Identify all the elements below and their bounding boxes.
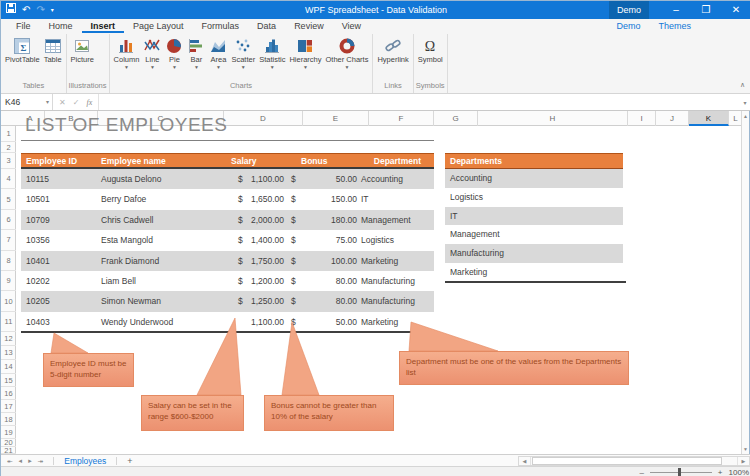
validation-callout[interactable]: Bonus cannot be greater than 10% of the … <box>264 395 394 431</box>
row-header-18[interactable]: 18 <box>1 413 16 426</box>
collapse-ribbon-icon[interactable]: ∧ <box>740 81 745 89</box>
tab-insert[interactable]: Insert <box>82 19 125 33</box>
row-header-11[interactable]: 11 <box>1 312 16 332</box>
column-header-E[interactable]: E <box>303 111 369 126</box>
validation-callout[interactable]: Salary can be set in the range $600-$200… <box>141 395 244 431</box>
hierarchy-button[interactable]: Hierarchy▼ <box>287 35 323 79</box>
horizontal-scroll-thumb[interactable] <box>532 457 722 465</box>
tab-review[interactable]: Review <box>285 19 333 33</box>
column-header-G[interactable]: G <box>434 111 478 126</box>
title-bar: ↶ ↷ ▾ WPF Spreadsheet - Data Validation … <box>1 1 750 19</box>
row-header-3[interactable]: 3 <box>1 153 16 169</box>
scroll-right-icon[interactable]: ▶ <box>738 457 749 465</box>
column-button[interactable]: Column▼ <box>112 35 142 79</box>
department-item[interactable]: Accounting <box>445 169 623 188</box>
tab-view[interactable]: View <box>333 19 370 33</box>
area-button[interactable]: Area▼ <box>207 35 229 79</box>
department-item[interactable]: Management <box>445 225 623 244</box>
row-header-15[interactable]: 15 <box>1 374 16 387</box>
scroll-left-icon[interactable]: ◀ <box>519 457 530 465</box>
zoom-slider[interactable] <box>650 472 712 473</box>
row-header-17[interactable]: 17 <box>1 400 16 413</box>
column-header-D[interactable]: D <box>224 111 303 126</box>
row-header-9[interactable]: 9 <box>1 271 16 291</box>
ribbon-link-themes[interactable]: Themes <box>658 19 691 33</box>
row-header-10[interactable]: 10 <box>1 291 16 311</box>
employee-row[interactable]: 10205Simon Newman$1,250.00$80.00Manufact… <box>21 291 434 311</box>
tab-page-layout[interactable]: Page Layout <box>124 19 193 33</box>
first-sheet-icon[interactable]: ⯬ <box>7 457 13 465</box>
department-item[interactable]: IT <box>445 207 623 226</box>
demo-badge[interactable]: Demo <box>609 1 649 19</box>
validation-callout[interactable]: Department must be one of the values fro… <box>399 351 629 385</box>
tab-home[interactable]: Home <box>40 19 82 33</box>
next-sheet-icon[interactable]: ▸ <box>28 457 32 465</box>
prev-sheet-icon[interactable]: ◂ <box>19 457 23 465</box>
hyperlink-button[interactable]: Hyperlink <box>375 35 410 79</box>
close-button[interactable]: ✕ <box>721 1 750 19</box>
employee-row[interactable]: 10709Chris Cadwell$2,000.00$180.00Manage… <box>21 210 434 230</box>
scroll-down-icon[interactable]: ▼ <box>742 446 749 452</box>
row-header-16[interactable]: 16 <box>1 387 16 400</box>
pie-button[interactable]: Pie▼ <box>163 35 185 79</box>
confirm-entry-icon[interactable]: ✓ <box>73 98 80 107</box>
department-item[interactable]: Marketing <box>445 263 623 282</box>
dropdown-arrow-icon: ▼ <box>216 65 221 70</box>
row-header-8[interactable]: 8 <box>1 251 16 271</box>
row-header-4[interactable]: 4 <box>1 169 16 189</box>
employee-row[interactable]: 10403Wendy Underwood1,100.00$50.00Market… <box>21 312 434 332</box>
sheet-tab-employees[interactable]: Employees <box>58 456 112 466</box>
department-item[interactable]: Logistics <box>445 188 623 207</box>
scatter-button[interactable]: Scatter▼ <box>229 35 257 79</box>
maximize-button[interactable]: ❐ <box>691 1 721 19</box>
zoom-in-button[interactable]: + <box>718 468 723 476</box>
validation-callout[interactable]: Employee ID must be 5-digit number <box>43 353 134 387</box>
symbol-button[interactable]: ΩSymbol <box>416 35 445 79</box>
employee-row[interactable]: 10356Esta Mangold$1,400.00$75.00Logistic… <box>21 230 434 250</box>
insert-function-icon[interactable]: fx <box>86 98 92 107</box>
scroll-up-icon[interactable]: ▲ <box>742 113 749 119</box>
row-header-14[interactable]: 14 <box>1 360 16 374</box>
cancel-entry-icon[interactable]: ✕ <box>59 98 66 107</box>
last-sheet-icon[interactable]: ⯮ <box>38 457 44 465</box>
row-header-6[interactable]: 6 <box>1 210 16 230</box>
row-headers: 123456789101112131415161718192021 <box>1 1 16 476</box>
row-header-5[interactable]: 5 <box>1 189 16 209</box>
employee-row[interactable]: 10115Augusta Delono$1,100.00$50.00Accoun… <box>21 169 434 189</box>
table-button[interactable]: Table <box>42 35 64 79</box>
vertical-scrollbar[interactable]: ▲ ▼ <box>741 111 749 454</box>
employee-row[interactable]: 10401Frank Diamond$1,750.00$100.00Market… <box>21 251 434 271</box>
svg-text:Ω: Ω <box>425 39 435 54</box>
other-charts-button[interactable]: Other Charts▼ <box>324 35 371 79</box>
picture-button[interactable]: Picture <box>69 35 96 79</box>
row-header-13[interactable]: 13 <box>1 346 16 360</box>
zoom-out-button[interactable]: – <box>639 468 643 476</box>
row-header-2[interactable]: 2 <box>1 142 16 153</box>
zoom-slider-thumb[interactable] <box>678 468 681 476</box>
horizontal-scrollbar[interactable]: ◀ ▶ <box>518 456 750 466</box>
add-sheet-button[interactable]: + <box>121 456 138 466</box>
tab-data[interactable]: Data <box>248 19 285 33</box>
row-header-1[interactable]: 1 <box>1 126 16 142</box>
name-box-dropdown-icon[interactable]: ▾ <box>46 94 49 110</box>
formula-input[interactable] <box>99 94 739 110</box>
statistic-button[interactable]: Statistic▼ <box>257 35 287 79</box>
employee-row[interactable]: 10501Berry Dafoe$1,650.00$150.00IT <box>21 189 434 209</box>
column-header-J[interactable]: J <box>656 111 689 126</box>
column-header-K[interactable]: K <box>689 111 729 126</box>
ribbon-link-demo[interactable]: Demo <box>616 19 640 33</box>
column-header-I[interactable]: I <box>628 111 656 126</box>
row-header-12[interactable]: 12 <box>1 332 16 346</box>
department-item[interactable]: Manufacturing <box>445 244 623 263</box>
minimize-button[interactable]: – <box>661 1 691 19</box>
row-header-7[interactable]: 7 <box>1 230 16 250</box>
employee-row[interactable]: 10202Liam Bell$1,200.00$80.00Manufacturi… <box>21 271 434 291</box>
column-header-F[interactable]: F <box>369 111 434 126</box>
bar-button[interactable]: Bar▼ <box>185 35 207 79</box>
column-header-H[interactable]: H <box>478 111 628 126</box>
tab-formulas[interactable]: Formulas <box>193 19 249 33</box>
expand-formula-bar-icon[interactable]: ▾ <box>739 99 750 106</box>
ribbon-tab-strip: FileHomeInsertPage LayoutFormulasDataRev… <box>1 19 370 33</box>
row-header-21[interactable]: 21 <box>1 447 16 454</box>
line-button[interactable]: Line▼ <box>141 35 163 79</box>
